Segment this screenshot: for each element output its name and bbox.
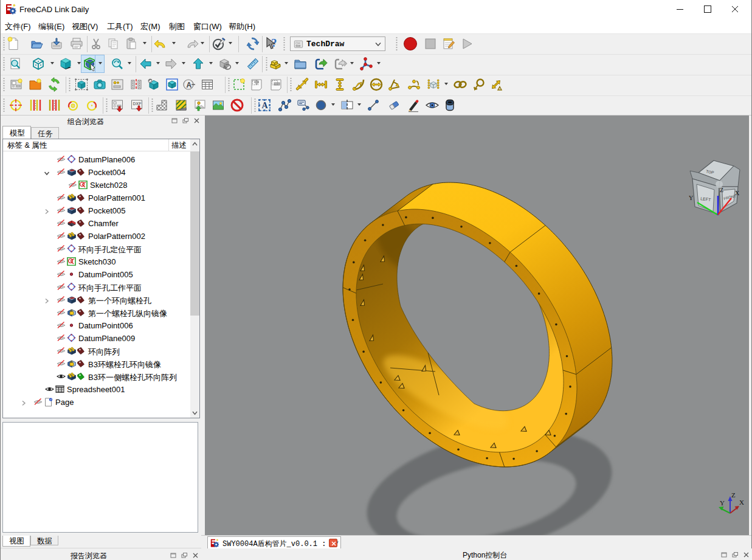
svg-text:A: A	[262, 101, 269, 110]
svg-text:Y: Y	[720, 499, 725, 506]
svg-text:A: A	[187, 81, 192, 89]
svg-text:X: X	[739, 499, 744, 506]
svg-text:Z: Z	[731, 491, 736, 499]
svg-text:X: X	[735, 190, 740, 196]
svg-text:Z: Z	[720, 187, 723, 193]
svg-text:DXF: DXF	[133, 102, 142, 106]
svg-text:Y: Y	[689, 195, 693, 201]
